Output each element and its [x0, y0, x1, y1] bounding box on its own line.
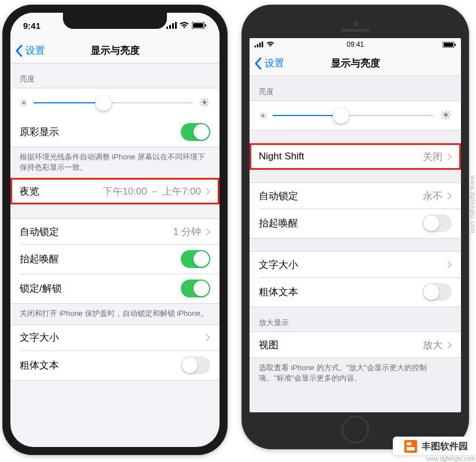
chevron-right-icon [206, 228, 210, 236]
lock-unlock-footer: 关闭和打开 iPhone 保护盖时，自动锁定和解锁 iPhone。 [10, 304, 220, 325]
notch [63, 13, 167, 29]
svg-rect-9 [259, 43, 261, 47]
bold-text-label: 粗体文本 [259, 285, 298, 299]
truetone-footer: 根据环境光线条件自动调整 iPhone 屏幕以在不同环境下保持色彩显示一致。 [10, 147, 220, 178]
bold-text-row: 粗体文本 [10, 351, 220, 380]
battery-icon [192, 22, 207, 29]
iphone-x-device: 9:41 设置 显示与亮度 亮度 ☀︎ [2, 5, 228, 455]
speaker [341, 21, 370, 32]
display-zoom-row[interactable]: 视图 放大 [250, 332, 461, 357]
watermark: 丰图软件园 [393, 437, 476, 455]
bold-text-toggle[interactable] [181, 356, 210, 374]
brightness-slider-row: ☀︎ ☀︎ [10, 88, 220, 117]
bold-text-toggle[interactable] [422, 283, 452, 301]
display-zoom-value: 放大 [423, 338, 442, 352]
svg-rect-7 [255, 46, 256, 47]
page-title: 显示与亮度 [91, 44, 140, 57]
wifi-icon [180, 22, 189, 29]
iphone-8-device: 09:41 设置 显示与亮度 亮度 ☀︎ ☀︎ [241, 5, 469, 449]
nightshift-row[interactable]: Night Shift 关闭 [250, 144, 461, 169]
zoom-header: 放大显示 [250, 307, 461, 331]
raise-toggle[interactable] [181, 250, 210, 268]
chevron-left-icon [15, 44, 23, 57]
nightshift-label: 夜览 [20, 185, 39, 198]
watermark-url: www.dgfengtu.com [426, 456, 475, 462]
autolock-label: 自动锁定 [20, 225, 59, 239]
brightness-slider-row: ☀︎ ☀︎ [250, 101, 461, 130]
back-button[interactable]: 设置 [15, 44, 45, 57]
raise-to-wake-row: 抬起唤醒 [250, 208, 461, 238]
sun-small-icon: ☀︎ [20, 98, 28, 109]
svg-rect-12 [444, 42, 453, 46]
raise-to-wake-row: 抬起唤醒 [10, 244, 220, 274]
status-bar: 09:41 [250, 38, 461, 51]
svg-rect-6 [205, 24, 206, 27]
chevron-right-icon [206, 188, 210, 195]
zoom-footer: 选取查看 iPhone 的方式。"放大"会显示更大的控制项。"标准"会显示更多的… [250, 358, 461, 389]
lock-unlock-row: 锁定/解锁 [10, 274, 220, 303]
text-size-label: 文字大小 [259, 258, 298, 271]
iphone-8-screen: 09:41 设置 显示与亮度 亮度 ☀︎ ☀︎ [250, 38, 461, 412]
autolock-row[interactable]: 自动锁定 1 分钟 [10, 219, 220, 244]
chevron-right-icon [447, 261, 452, 269]
brand-name: 丰图软件园 [422, 441, 468, 453]
truetone-label: 原彩显示 [20, 125, 59, 139]
lock-unlock-toggle[interactable] [181, 280, 210, 297]
iphone-x-screen: 9:41 设置 显示与亮度 亮度 ☀︎ [10, 13, 220, 447]
nightshift-group: 夜览 下午10:00 － 上午7:00 [10, 178, 220, 204]
status-icons [166, 22, 207, 29]
back-button[interactable]: 设置 [254, 57, 284, 70]
bold-text-row: 粗体文本 [250, 277, 461, 307]
autolock-value: 永不 [423, 189, 442, 203]
brightness-header: 亮度 [250, 76, 461, 100]
signal-icon [254, 42, 263, 47]
raise-label: 抬起唤醒 [20, 252, 59, 266]
svg-rect-8 [257, 44, 259, 47]
svg-rect-1 [169, 25, 171, 29]
brightness-slider[interactable] [34, 102, 193, 103]
sun-large-icon: ☀︎ [199, 95, 210, 110]
side-url: www.dgfengtu.com [470, 176, 476, 234]
nightshift-value: 下午10:00 － 上午7:00 [103, 185, 201, 198]
page-title: 显示与亮度 [331, 57, 380, 70]
lock-unlock-label: 锁定/解锁 [20, 282, 62, 295]
wifi-icon [266, 42, 274, 47]
home-button[interactable] [341, 416, 369, 444]
svg-rect-5 [193, 23, 203, 28]
nightshift-label: Night Shift [259, 151, 304, 162]
svg-rect-3 [175, 22, 177, 29]
back-label: 设置 [265, 57, 284, 70]
nav-bar: 设置 显示与亮度 [250, 51, 461, 76]
svg-rect-0 [166, 27, 168, 29]
text-size-row[interactable]: 文字大小 [10, 325, 220, 351]
nav-bar: 设置 显示与亮度 [10, 38, 220, 64]
brightness-slider[interactable] [273, 115, 434, 116]
truetone-toggle[interactable] [181, 123, 210, 141]
svg-rect-2 [172, 23, 174, 29]
text-size-row[interactable]: 文字大小 [250, 252, 461, 277]
brightness-header: 亮度 [10, 64, 220, 88]
raise-toggle[interactable] [422, 214, 452, 232]
back-label: 设置 [25, 44, 45, 57]
chevron-right-icon [206, 334, 210, 341]
autolock-label: 自动锁定 [259, 189, 298, 203]
brand-logo-icon [404, 440, 417, 453]
truetone-row: 原彩显示 [10, 117, 220, 147]
chevron-right-icon [447, 153, 452, 161]
display-zoom-label: 视图 [259, 338, 278, 352]
autolock-row[interactable]: 自动锁定 永不 [250, 183, 461, 208]
nightshift-group: Night Shift 关闭 [250, 143, 461, 170]
sun-large-icon: ☀︎ [440, 108, 452, 123]
svg-rect-10 [262, 42, 263, 47]
signal-icon [166, 22, 177, 29]
status-time: 9:41 [23, 21, 40, 31]
svg-rect-13 [455, 43, 456, 46]
chevron-right-icon [447, 192, 452, 200]
nightshift-row[interactable]: 夜览 下午10:00 － 上午7:00 [10, 178, 220, 204]
sun-small-icon: ☀︎ [259, 110, 267, 121]
chevron-left-icon [254, 57, 262, 70]
bold-text-label: 粗体文本 [20, 359, 59, 372]
nightshift-value: 关闭 [423, 150, 442, 163]
raise-label: 抬起唤醒 [259, 217, 298, 230]
status-time: 09:41 [347, 40, 364, 49]
